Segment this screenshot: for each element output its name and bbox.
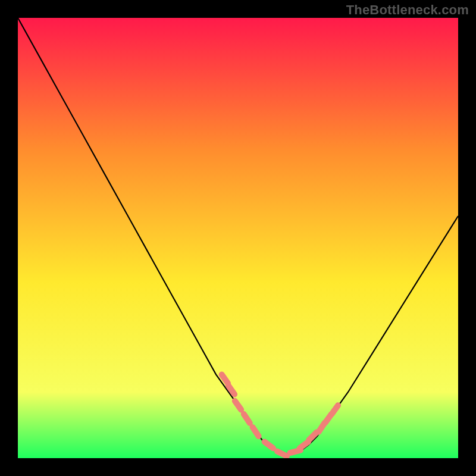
plot-area — [18, 18, 458, 458]
watermark-text: TheBottleneck.com — [346, 2, 469, 18]
chart-container: TheBottleneck.com — [0, 0, 476, 476]
chart-svg — [18, 18, 458, 458]
gradient-background — [18, 18, 458, 458]
